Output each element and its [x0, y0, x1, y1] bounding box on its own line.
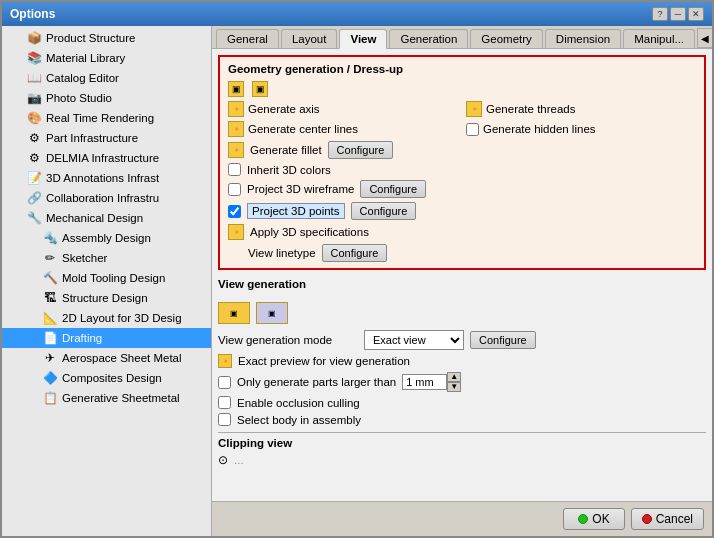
sidebar-item-product-structure[interactable]: 📦 Product Structure: [2, 28, 211, 48]
select-body-label: Select body in assembly: [237, 414, 367, 426]
titlebar: Options ? ─ ✕: [2, 2, 712, 26]
sidebar-label: Catalog Editor: [46, 72, 119, 84]
view-generation-section: View generation ▣ ▣ View generation mode…: [218, 278, 706, 426]
clipping-section: Clipping view ⊙ ...: [218, 432, 706, 467]
sidebar-item-drafting[interactable]: 📄 Drafting: [2, 328, 211, 348]
cancel-label: Cancel: [656, 512, 693, 526]
tab-general[interactable]: General: [216, 29, 279, 48]
sidebar-label: DELMIA Infrastructure: [46, 152, 159, 164]
clipping-row1: ⊙ ...: [218, 453, 706, 467]
drafting-icon: 📄: [42, 330, 58, 346]
geometry-section-title: Geometry generation / Dress-up: [228, 63, 696, 75]
sidebar-item-collaboration[interactable]: 🔗 Collaboration Infrastru: [2, 188, 211, 208]
mold-icon: 🔨: [42, 270, 58, 286]
tab-prev-arrow[interactable]: ◀: [697, 28, 712, 48]
only-generate-row: Only generate parts larger than ▲ ▼: [218, 372, 706, 392]
tabs-bar: General Layout View Generation Geometry …: [212, 26, 712, 49]
main-content: 📦 Product Structure 📚 Material Library 📖…: [2, 26, 712, 536]
sidebar-label: Composites Design: [62, 372, 162, 384]
generate-hidden-lines-label: Generate hidden lines: [483, 123, 596, 135]
project-points-checkbox[interactable]: [228, 205, 241, 218]
clipping-label1: ...: [234, 454, 364, 466]
sidebar-item-mechanical-design[interactable]: 🔧 Mechanical Design: [2, 208, 211, 228]
ok-button[interactable]: OK: [563, 508, 624, 530]
sidebar-item-mold-tooling[interactable]: 🔨 Mold Tooling Design: [2, 268, 211, 288]
window-title: Options: [10, 7, 55, 21]
sidebar-label: Mechanical Design: [46, 212, 143, 224]
view-gen-icon2: ▣: [256, 302, 288, 324]
project-wireframe-checkbox[interactable]: [228, 183, 241, 196]
sidebar-item-structure-design[interactable]: 🏗 Structure Design: [2, 288, 211, 308]
center-lines-icon: 🔸: [228, 121, 244, 137]
sidebar-item-3d-annotations[interactable]: 📝 3D Annotations Infrast: [2, 168, 211, 188]
tab-geometry[interactable]: Geometry: [470, 29, 543, 48]
collaboration-icon: 🔗: [26, 190, 42, 206]
configure-wireframe-button[interactable]: Configure: [360, 180, 426, 198]
generate-hidden-lines-checkbox[interactable]: [466, 123, 479, 136]
tab-generation[interactable]: Generation: [389, 29, 468, 48]
size-input[interactable]: [402, 374, 447, 390]
ok-label: OK: [592, 512, 609, 526]
only-generate-checkbox[interactable]: [218, 376, 231, 389]
generate-threads-label: Generate threads: [486, 103, 576, 115]
sidebar-item-generative-sheet[interactable]: 📋 Generative Sheetmetal: [2, 388, 211, 408]
apply-3d-specs-row: 🔸 Apply 3D specifications: [228, 224, 696, 240]
project-points-label: Project 3D points: [247, 203, 345, 219]
enable-occlusion-checkbox[interactable]: [218, 396, 231, 409]
close-button[interactable]: ✕: [688, 7, 704, 21]
sidebar-item-assembly-design[interactable]: 🔩 Assembly Design: [2, 228, 211, 248]
sidebar: 📦 Product Structure 📚 Material Library 📖…: [2, 26, 212, 536]
sidebar-item-delmia-infra[interactable]: ⚙ DELMIA Infrastructure: [2, 148, 211, 168]
configure-points-button[interactable]: Configure: [351, 202, 417, 220]
view-linetype-row: View linetype Configure: [228, 244, 696, 262]
tab-manipulate[interactable]: Manipul...: [623, 29, 695, 48]
aerospace-icon: ✈: [42, 350, 58, 366]
sidebar-item-aerospace[interactable]: ✈ Aerospace Sheet Metal: [2, 348, 211, 368]
sidebar-item-part-infrastructure[interactable]: ⚙ Part Infrastructure: [2, 128, 211, 148]
configure-linetype-button[interactable]: Configure: [322, 244, 388, 262]
clipping-title: Clipping view: [218, 437, 706, 449]
view-gen-title: View generation: [218, 278, 306, 290]
generate-axis-row: 🔸 Generate axis: [228, 101, 458, 117]
geometry-grid: 🔸 Generate axis 🔸 Generate threads 🔸 Gen…: [228, 101, 696, 262]
mechanical-icon: 🔧: [26, 210, 42, 226]
select-body-checkbox[interactable]: [218, 413, 231, 426]
right-panel: General Layout View Generation Geometry …: [212, 26, 712, 536]
inherit-3d-colors-checkbox[interactable]: [228, 163, 241, 176]
size-spinner: ▲ ▼: [402, 372, 461, 392]
view-gen-configure-button[interactable]: Configure: [470, 331, 536, 349]
sidebar-item-material-library[interactable]: 📚 Material Library: [2, 48, 211, 68]
configure-fillet-button[interactable]: Configure: [328, 141, 394, 159]
sidebar-item-photo-studio[interactable]: 📷 Photo Studio: [2, 88, 211, 108]
enable-occlusion-label: Enable occlusion culling: [237, 397, 367, 409]
cancel-button[interactable]: Cancel: [631, 508, 704, 530]
sidebar-item-catalog-editor[interactable]: 📖 Catalog Editor: [2, 68, 211, 88]
apply-specs-label: Apply 3D specifications: [250, 226, 369, 238]
tab-dimension[interactable]: Dimension: [545, 29, 621, 48]
fillet-label: Generate fillet: [250, 144, 322, 156]
geo-icon-2: ▣: [252, 81, 268, 97]
annotations-icon: 📝: [26, 170, 42, 186]
sidebar-item-2d-layout[interactable]: 📐 2D Layout for 3D Desig: [2, 308, 211, 328]
project-points-row: Project 3D points Configure: [228, 202, 696, 220]
tab-view[interactable]: View: [339, 29, 387, 49]
sidebar-item-sketcher[interactable]: ✏ Sketcher: [2, 248, 211, 268]
minimize-button[interactable]: ─: [670, 7, 686, 21]
rendering-icon: 🎨: [26, 110, 42, 126]
help-button[interactable]: ?: [652, 7, 668, 21]
photo-studio-icon: 📷: [26, 90, 42, 106]
view-gen-mode-label: View generation mode: [218, 334, 358, 346]
view-gen-mode-dropdown[interactable]: Exact view: [364, 330, 464, 350]
sidebar-item-composites[interactable]: 🔷 Composites Design: [2, 368, 211, 388]
generative-icon: 📋: [42, 390, 58, 406]
tab-layout[interactable]: Layout: [281, 29, 338, 48]
sidebar-label: Aerospace Sheet Metal: [62, 352, 182, 364]
generate-center-lines-row: 🔸 Generate center lines: [228, 121, 458, 137]
sidebar-label: Real Time Rendering: [46, 112, 154, 124]
spinner-up-button[interactable]: ▲: [447, 372, 461, 382]
spinner-down-button[interactable]: ▼: [447, 382, 461, 392]
layout-icon: 📐: [42, 310, 58, 326]
sidebar-label: Drafting: [62, 332, 102, 344]
sidebar-item-real-time-rendering[interactable]: 🎨 Real Time Rendering: [2, 108, 211, 128]
view-gen-icon1: ▣: [218, 302, 250, 324]
